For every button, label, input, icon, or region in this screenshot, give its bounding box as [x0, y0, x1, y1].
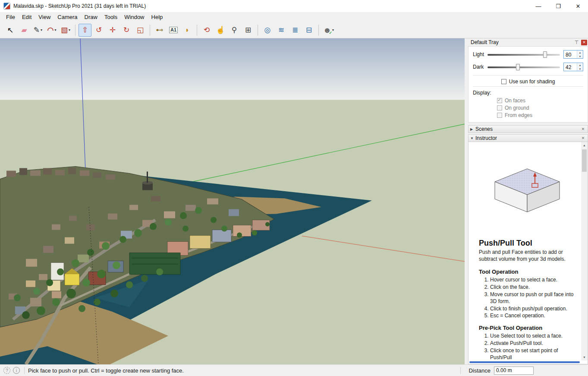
use-sun-checkbox[interactable]	[501, 79, 506, 84]
dark-spin-down-icon[interactable]: ▼	[577, 67, 583, 71]
arc-tool-dropdown-icon[interactable]: ▾	[54, 28, 56, 32]
menu-draw[interactable]: Draw	[81, 13, 101, 22]
orbit-tool[interactable]: ⟲	[200, 24, 213, 37]
viewport-canvas[interactable]	[0, 38, 465, 364]
light-spin-up-icon[interactable]: ▲	[577, 51, 583, 54]
menu-file[interactable]: File	[3, 13, 19, 22]
push-pull-tool-icon: ⇧	[82, 26, 88, 34]
rotate-tool[interactable]: ↻	[120, 24, 133, 37]
styles-view-tool[interactable]: ◎	[261, 24, 274, 37]
titlebar: Malavida.skp - SketchUp Pro 2021 (31 day…	[0, 0, 588, 12]
instructor-step: Use Select tool to select a face.	[490, 333, 575, 340]
zoom-extents-tool[interactable]: ⊞	[242, 24, 255, 37]
light-slider-handle[interactable]	[543, 51, 547, 58]
menu-tools[interactable]: Tools	[101, 13, 121, 22]
dark-spinbox[interactable]: 42 ▲ ▼	[563, 63, 583, 71]
instructor-vertical-scrollbar[interactable]: ▲ ▼	[581, 142, 588, 360]
menu-edit[interactable]: Edit	[19, 13, 35, 22]
menu-help[interactable]: Help	[148, 13, 167, 22]
tray-close-button[interactable]: ✕	[581, 40, 587, 45]
close-button[interactable]: ✕	[568, 0, 588, 12]
tape-measure-tool[interactable]: ⊷	[153, 24, 166, 37]
window-title: Malavida.skp - SketchUp Pro 2021 (31 day…	[13, 3, 146, 9]
dark-spin-up-icon[interactable]: ▲	[577, 63, 583, 67]
offset-tool-icon: ↺	[96, 26, 102, 34]
main-area: Default Tray ⊤ ✕ Light 80 ▲ ▼	[0, 38, 588, 364]
account-avatar-badge-icon: ✓	[329, 31, 332, 35]
scenes-section-header[interactable]: ▶ Scenes ✕	[468, 125, 588, 133]
eraser-tool[interactable]: ▰	[18, 24, 31, 37]
dark-slider-handle[interactable]	[516, 64, 520, 70]
dark-slider[interactable]	[487, 64, 560, 70]
light-spin-down-icon[interactable]: ▼	[577, 54, 583, 58]
menu-view[interactable]: View	[35, 13, 54, 22]
light-value[interactable]: 80	[564, 51, 577, 58]
pin-icon[interactable]: ⊤	[573, 40, 580, 45]
use-sun-label: Use sun for shading	[509, 79, 555, 85]
tool-operation-list: Hover cursor to select a face.Click on t…	[479, 277, 575, 319]
text-tool-icon: A1	[169, 27, 178, 33]
line-tool-dropdown-icon[interactable]: ▾	[41, 28, 42, 32]
scrollbar-thumb[interactable]	[582, 149, 587, 172]
scenes-close-icon[interactable]: ✕	[580, 126, 586, 132]
move-tool[interactable]: ✛	[106, 24, 119, 37]
from-edges-label: From edges	[505, 112, 532, 118]
scrollbar-track[interactable]	[581, 149, 588, 354]
on-ground-checkbox[interactable]	[497, 105, 502, 111]
help-icon[interactable]: ?	[3, 367, 10, 374]
dark-value[interactable]: 42	[564, 63, 577, 71]
dark-slider-track[interactable]	[487, 66, 560, 68]
on-faces-checkbox[interactable]	[497, 98, 502, 103]
instructor-step: Hover cursor to select a face.	[490, 277, 575, 284]
minimize-button[interactable]: —	[528, 0, 548, 12]
maximize-button[interactable]: ❒	[548, 0, 568, 12]
on-ground-label: On ground	[505, 105, 529, 111]
viewport[interactable]	[0, 38, 465, 364]
shapes-tool-dropdown-icon[interactable]: ▾	[69, 28, 70, 32]
pan-tool[interactable]: ☝	[214, 24, 227, 37]
zoom-tool[interactable]: ⚲	[228, 24, 241, 37]
info-icon[interactable]: i	[13, 367, 20, 374]
toolbar-separator	[318, 25, 319, 36]
pushpull-illustration	[486, 161, 568, 216]
instructor-step: Esc = Cancel operation.	[490, 313, 575, 319]
sketchup-app-icon	[3, 3, 10, 9]
light-slider[interactable]	[487, 51, 560, 58]
menu-camera[interactable]: Camera	[54, 13, 81, 22]
tray-header[interactable]: Default Tray ⊤ ✕	[468, 38, 588, 46]
distance-input[interactable]	[494, 367, 534, 375]
layers-view-tool-icon: ≣	[292, 26, 298, 34]
menu-window[interactable]: Window	[121, 13, 148, 22]
toolbar-separator	[75, 25, 75, 36]
pan-tool-icon: ☝	[216, 26, 225, 34]
line-tool[interactable]: ✎▾	[31, 24, 44, 37]
account-avatar-dropdown-icon[interactable]: ▾	[332, 28, 334, 32]
light-spinbox[interactable]: 80 ▲ ▼	[563, 50, 583, 59]
push-pull-tool[interactable]: ⇧	[79, 24, 91, 37]
arc-tool[interactable]: ◠▾	[45, 24, 58, 37]
line-tool-icon: ✎	[34, 26, 40, 34]
instructor-close-icon[interactable]: ✕	[580, 136, 586, 141]
paint-bucket-tool[interactable]: ◗	[181, 24, 194, 37]
instructor-collapse-icon[interactable]: ▼	[470, 136, 475, 140]
xray-view-tool[interactable]: ≋	[275, 24, 288, 37]
scale-tool[interactable]: ◱	[134, 24, 147, 37]
account-avatar[interactable]: ☻✓▾	[322, 24, 335, 37]
layers-view-tool[interactable]: ≣	[289, 24, 302, 37]
scroll-down-icon[interactable]: ▼	[581, 354, 588, 360]
instructor-content: Push/Pull Tool Push and pull Face entiti…	[469, 142, 581, 360]
text-tool[interactable]: A1	[167, 24, 180, 37]
instructor-horizontal-scrollbar[interactable]	[469, 361, 580, 363]
section-view-tool-icon: ⊟	[306, 26, 312, 34]
prepick-heading: Pre-Pick Tool Operation	[479, 325, 575, 331]
shapes-tool[interactable]: ▧▾	[59, 24, 72, 37]
light-slider-track[interactable]	[487, 54, 560, 56]
section-view-tool[interactable]: ⊟	[302, 24, 315, 37]
scenes-expand-icon[interactable]: ▶	[470, 127, 475, 131]
prepick-list: Use Select tool to select a face.Activat…	[479, 333, 575, 360]
instructor-section-header[interactable]: ▼ Instructor ✕	[468, 134, 588, 142]
select-tool[interactable]: ↖	[4, 24, 17, 37]
scroll-up-icon[interactable]: ▲	[581, 142, 588, 149]
from-edges-checkbox[interactable]	[497, 113, 502, 118]
offset-tool[interactable]: ↺	[92, 24, 105, 37]
